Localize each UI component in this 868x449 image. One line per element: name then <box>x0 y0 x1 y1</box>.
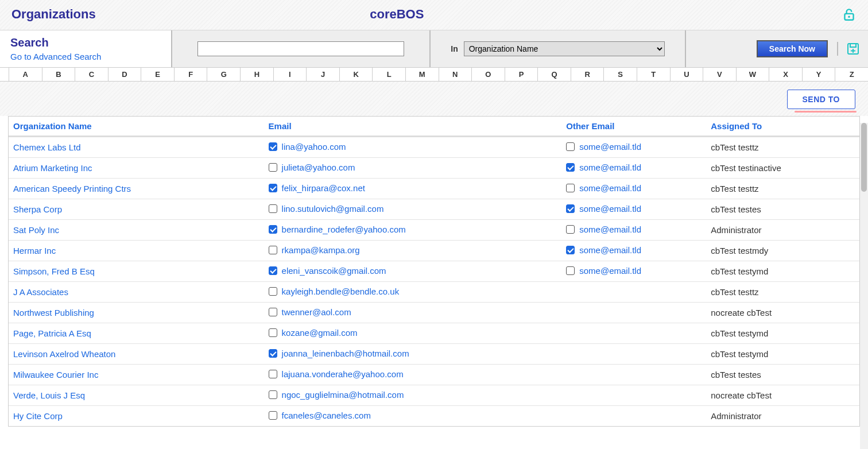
email-link[interactable]: lino.sutulovich@gmail.com <box>282 204 384 214</box>
table-row: Chemex Labs Ltdlina@yahoo.comsome@email.… <box>9 137 859 158</box>
search-now-button[interactable]: Search Now <box>757 40 828 57</box>
assigned-to: cbTest testymd <box>706 344 859 365</box>
other-email-link[interactable]: some@email.tld <box>579 183 641 193</box>
alpha-filter-p[interactable]: P <box>505 68 538 81</box>
other-email-link[interactable]: some@email.tld <box>579 142 641 152</box>
email-checkbox[interactable] <box>269 266 277 275</box>
save-search-icon[interactable] <box>837 42 860 56</box>
col-header-org[interactable]: Organization Name <box>9 117 264 137</box>
alpha-filter-n[interactable]: N <box>439 68 472 81</box>
email-link[interactable]: kayleigh.bendle@bendle.co.uk <box>282 287 400 296</box>
scrollbar-thumb[interactable] <box>861 123 867 192</box>
alpha-filter-u[interactable]: U <box>671 68 704 81</box>
email-checkbox[interactable] <box>269 163 277 172</box>
email-checkbox[interactable] <box>269 370 277 378</box>
alpha-filter-g[interactable]: G <box>207 68 241 81</box>
alpha-filter-o[interactable]: O <box>472 68 505 81</box>
alpha-filter-i[interactable]: I <box>274 68 307 81</box>
alpha-filter-l[interactable]: L <box>373 68 406 81</box>
col-header-assigned[interactable]: Assigned To <box>706 117 859 137</box>
other-email-checkbox[interactable] <box>566 246 575 254</box>
alpha-filter-y[interactable]: Y <box>803 68 836 81</box>
email-checkbox[interactable] <box>269 246 277 254</box>
org-link[interactable]: J A Associates <box>13 287 68 297</box>
alpha-filter-w[interactable]: W <box>737 68 770 81</box>
alpha-filter-q[interactable]: Q <box>538 68 571 81</box>
col-header-email[interactable]: Email <box>264 117 562 137</box>
org-link[interactable]: Milwaukee Courier Inc <box>13 370 98 380</box>
unlock-icon[interactable] <box>842 7 857 22</box>
search-in-select[interactable]: Organization Name <box>464 41 665 56</box>
other-email-checkbox[interactable] <box>566 204 575 213</box>
email-checkbox[interactable] <box>269 225 277 234</box>
other-email-link[interactable]: some@email.tld <box>579 204 641 214</box>
email-checkbox[interactable] <box>269 390 277 399</box>
email-checkbox[interactable] <box>269 308 277 316</box>
email-checkbox[interactable] <box>269 204 277 213</box>
email-link[interactable]: rkampa@kampa.org <box>282 245 360 255</box>
email-link[interactable]: lajuana.vonderahe@yahoo.com <box>282 369 404 379</box>
email-link[interactable]: ngoc_guglielmina@hotmail.com <box>282 390 404 400</box>
org-link[interactable]: Page, Patricia A Esq <box>13 328 91 338</box>
org-link[interactable]: Sat Poly Inc <box>13 225 59 235</box>
alpha-filter-v[interactable]: V <box>703 68 737 81</box>
email-checkbox[interactable] <box>269 411 277 420</box>
alpha-filter-r[interactable]: R <box>571 68 604 81</box>
email-checkbox[interactable] <box>269 287 277 296</box>
email-link[interactable]: fcaneles@caneles.com <box>282 411 371 420</box>
other-email-checkbox[interactable] <box>566 266 575 275</box>
alpha-filter-c[interactable]: C <box>75 68 108 81</box>
search-input[interactable] <box>197 41 404 56</box>
alpha-filter-j[interactable]: J <box>307 68 340 81</box>
email-link[interactable]: twenner@aol.com <box>282 307 351 317</box>
email-link[interactable]: lina@yahoo.com <box>282 142 346 152</box>
email-link[interactable]: eleni_vanscoik@gmail.com <box>282 266 386 276</box>
org-link[interactable]: Levinson Axelrod Wheaton <box>13 349 115 359</box>
table-row: American Speedy Printing Ctrsfelix_hirpa… <box>9 179 859 199</box>
other-email-link[interactable]: some@email.tld <box>579 266 641 276</box>
alpha-filter-d[interactable]: D <box>108 68 142 81</box>
org-link[interactable]: Verde, Louis J Esq <box>13 390 85 400</box>
email-checkbox[interactable] <box>269 142 277 151</box>
alpha-filter-f[interactable]: F <box>175 68 208 81</box>
other-email-checkbox[interactable] <box>566 184 575 192</box>
email-link[interactable]: bernardine_rodefer@yahoo.com <box>282 225 406 234</box>
alpha-filter-k[interactable]: K <box>340 68 373 81</box>
col-header-other[interactable]: Other Email <box>561 117 706 137</box>
alpha-filter-e[interactable]: E <box>141 68 175 81</box>
email-checkbox[interactable] <box>269 328 277 337</box>
org-link[interactable]: Atrium Marketing Inc <box>13 163 92 173</box>
org-link[interactable]: Sherpa Corp <box>13 204 62 214</box>
scrollbar[interactable] <box>860 123 868 427</box>
email-link[interactable]: kozane@gmail.com <box>282 328 358 338</box>
org-link[interactable]: Chemex Labs Ltd <box>13 142 81 152</box>
alpha-filter-x[interactable]: X <box>769 68 803 81</box>
org-link[interactable]: American Speedy Printing Ctrs <box>13 184 131 193</box>
alpha-filter-a[interactable]: A <box>9 68 42 81</box>
email-link[interactable]: joanna_leinenbach@hotmail.com <box>282 349 409 358</box>
org-link[interactable]: Hermar Inc <box>13 246 56 256</box>
alpha-filter-s[interactable]: S <box>604 68 637 81</box>
table-row: Sat Poly Incbernardine_rodefer@yahoo.com… <box>9 220 859 241</box>
advanced-search-link[interactable]: Go to Advanced Search <box>10 52 101 61</box>
alpha-filter-h[interactable]: H <box>241 68 274 81</box>
organizations-table: Organization Name Email Other Email Assi… <box>9 117 859 426</box>
alpha-filter-b[interactable]: B <box>42 68 76 81</box>
other-email-checkbox[interactable] <box>566 163 575 172</box>
other-email-checkbox[interactable] <box>566 142 575 151</box>
email-link[interactable]: felix_hirpara@cox.net <box>282 183 365 193</box>
other-email-link[interactable]: some@email.tld <box>579 225 641 234</box>
alpha-filter-z[interactable]: Z <box>835 68 868 81</box>
other-email-link[interactable]: some@email.tld <box>579 162 641 172</box>
email-checkbox[interactable] <box>269 184 277 192</box>
email-checkbox[interactable] <box>269 349 277 358</box>
email-link[interactable]: julieta@yahoo.com <box>282 162 355 172</box>
send-to-button[interactable]: SEND TO <box>787 90 855 109</box>
other-email-checkbox[interactable] <box>566 225 575 234</box>
alpha-filter-t[interactable]: T <box>637 68 671 81</box>
org-link[interactable]: Simpson, Fred B Esq <box>13 266 95 276</box>
org-link[interactable]: Hy Cite Corp <box>13 411 63 421</box>
org-link[interactable]: Northwest Publishing <box>13 308 94 318</box>
other-email-link[interactable]: some@email.tld <box>579 245 641 255</box>
alpha-filter-m[interactable]: M <box>406 68 439 81</box>
